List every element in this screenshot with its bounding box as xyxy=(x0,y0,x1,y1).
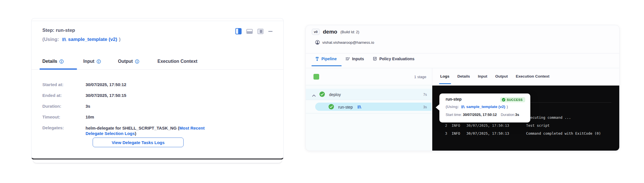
panel-top-divider xyxy=(32,21,283,21)
template-icon xyxy=(461,105,465,109)
tree-row-run-step[interactable]: run-step 3s xyxy=(306,100,432,113)
field-label: Duration: xyxy=(42,104,61,109)
template-icon xyxy=(357,105,362,109)
tab-output[interactable]: Output xyxy=(118,59,139,64)
execution-panel: v0 demo (Build Id: 2) vishal.vishwaroop@… xyxy=(306,25,620,151)
field-label: Started at: xyxy=(42,82,63,87)
log-line: 3 INFO 30/07/2025, 17:50:13 Command comp… xyxy=(432,131,619,136)
execution-header: v0 demo (Build Id: 2) xyxy=(312,29,359,35)
field-value: 10m xyxy=(86,115,94,119)
duration-value: 3s xyxy=(515,113,519,117)
stage-count: 1 stage xyxy=(414,75,426,79)
active-tab-underline xyxy=(439,83,451,84)
template-link[interactable]: sample_template (v2) xyxy=(68,37,117,42)
start-time-value: 30/07/2025, 17:50:12 xyxy=(463,113,497,117)
active-tab-underline xyxy=(311,65,342,66)
field-label: Timeout: xyxy=(42,115,60,119)
info-icon[interactable] xyxy=(97,59,101,64)
step-name: run-step xyxy=(338,105,353,109)
view-delegate-tasks-logs-button[interactable]: View Delegate Tasks Logs xyxy=(93,138,184,147)
dock-bottom-icon[interactable] xyxy=(246,29,253,34)
status-text: SUCCESS xyxy=(507,98,523,101)
user-icon xyxy=(315,40,320,45)
tab-details[interactable]: Details xyxy=(42,59,64,64)
using-template-line: (Using: sample_template (v2) ) xyxy=(42,37,121,42)
template-link[interactable]: sample_template (v2) xyxy=(466,105,505,109)
trigger-user: vishal.vishwaroop@harness.io xyxy=(315,40,374,45)
tab-input[interactable]: Input xyxy=(478,74,487,78)
stage-status-square[interactable] xyxy=(313,74,319,80)
tab-inputs[interactable]: Inputs xyxy=(345,57,364,61)
field-value: 30/07/2025, 17:50:12 xyxy=(86,82,126,87)
minimize-icon[interactable] xyxy=(268,31,273,32)
step-duration: 3s xyxy=(423,105,427,109)
field-label: Ended at: xyxy=(42,93,62,98)
field-value: 3s xyxy=(86,104,90,109)
tab-output[interactable]: Output xyxy=(495,74,508,78)
success-check-icon xyxy=(329,104,334,109)
field-value: 30/07/2025, 17:50:15 xyxy=(86,93,126,98)
page: Step: run-step (Using: sample_template (… xyxy=(0,0,644,183)
split-view-icon[interactable] xyxy=(235,28,242,34)
using-suffix: ) xyxy=(119,37,121,42)
chevron-up-icon[interactable] xyxy=(312,93,316,95)
inputs-icon xyxy=(345,57,350,61)
tooltip-times: Start time: 30/07/2025, 17:50:12Duration… xyxy=(446,113,519,117)
template-icon xyxy=(62,37,67,42)
status-badge: SUCCESS xyxy=(500,97,525,102)
stage-column-header xyxy=(306,68,432,85)
tab-details[interactable]: Details xyxy=(457,74,470,78)
log-line: 2 INFO 30/07/2025, 17:50:13 Test script xyxy=(432,123,619,128)
pipeline-icon xyxy=(315,57,319,61)
using-prefix: (Using: xyxy=(42,37,59,42)
tooltip-using-line: (Using: sample_template (v2) ) xyxy=(446,105,508,109)
dock-right-icon[interactable] xyxy=(257,29,263,34)
stage-tree-column: 1 stage deploy 7s run-step xyxy=(306,68,432,151)
tree-row-deploy[interactable]: deploy 7s xyxy=(306,89,432,100)
version-badge: v0 xyxy=(312,29,320,35)
step-tabs: Details Input Output Execution Context xyxy=(32,59,283,65)
tab-policy-evaluations[interactable]: Policy Evaluations xyxy=(373,57,415,61)
user-email: vishal.vishwaroop@harness.io xyxy=(322,40,374,45)
delegates-value: helm-delegate for SHELL_SCRIPT_TASK_NG (… xyxy=(86,125,213,136)
step-title: Step: run-step xyxy=(42,28,75,33)
info-icon[interactable] xyxy=(135,59,139,64)
console-tabs: Logs Details Input Output Execution Cont… xyxy=(440,74,549,78)
tab-execution-context[interactable]: Execution Context xyxy=(157,59,197,64)
policy-shield-icon xyxy=(373,57,377,61)
step-status-tooltip: run-step SUCCESS (Using: sample_template… xyxy=(439,93,530,122)
tooltip-step-name: run-step xyxy=(446,97,462,101)
tab-input[interactable]: Input xyxy=(83,59,101,64)
tab-pipeline[interactable]: Pipeline xyxy=(315,57,337,61)
stage-name: deploy xyxy=(329,92,341,97)
delegates-label: Delegates: xyxy=(42,125,64,130)
info-icon[interactable] xyxy=(59,59,64,64)
active-tab-underline xyxy=(40,68,77,70)
build-id: (Build Id: 2) xyxy=(340,30,359,34)
execution-tabs: Pipeline Inputs Policy Evaluations xyxy=(315,57,414,61)
success-check-icon xyxy=(319,92,325,97)
tab-execution-context[interactable]: Execution Context xyxy=(516,74,550,78)
step-details-panel: Step: run-step (Using: sample_template (… xyxy=(31,18,284,160)
stage-duration: 7s xyxy=(423,93,427,97)
header-divider xyxy=(306,53,619,53)
tooltip-arrow xyxy=(436,104,439,111)
window-controls xyxy=(235,28,273,34)
tab-logs[interactable]: Logs xyxy=(440,74,449,78)
log-group-divider xyxy=(526,102,611,103)
pipeline-title: demo xyxy=(323,29,337,35)
success-check-icon xyxy=(502,98,505,101)
